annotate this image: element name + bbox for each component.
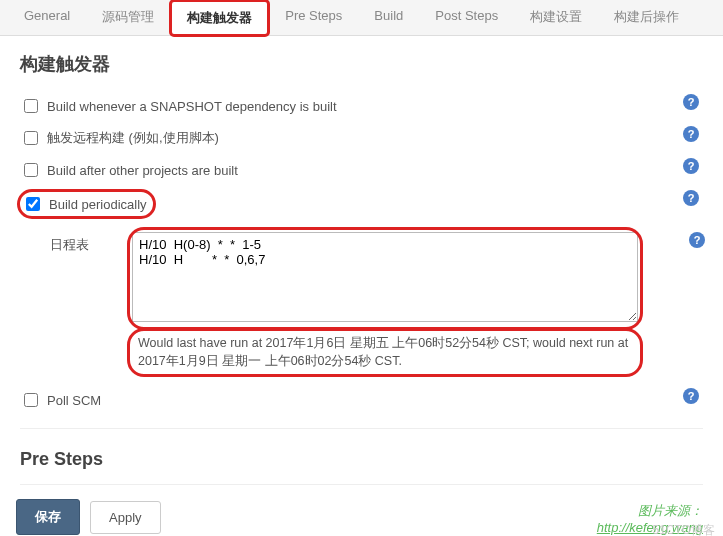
help-icon[interactable]: ? xyxy=(683,94,699,110)
section-build-triggers: 构建触发器 Build whenever a SNAPSHOT dependen… xyxy=(0,36,723,445)
section-pre-steps: Pre Steps xyxy=(0,445,723,489)
watermark-text: 图片来源： xyxy=(597,502,703,520)
text-poll-scm: Poll SCM xyxy=(47,393,101,408)
text-after-projects: Build after other projects are built xyxy=(47,163,238,178)
apply-button[interactable]: Apply xyxy=(90,501,161,534)
text-remote: 触发远程构建 (例如,使用脚本) xyxy=(47,129,219,147)
help-icon[interactable]: ? xyxy=(683,388,699,404)
checkbox-periodically[interactable] xyxy=(26,197,40,211)
tab-post-build[interactable]: 构建后操作 xyxy=(598,0,695,35)
help-icon[interactable]: ? xyxy=(689,232,705,248)
text-snapshot: Build whenever a SNAPSHOT dependency is … xyxy=(47,99,337,114)
row-periodically: Build periodically ? xyxy=(20,186,703,222)
tab-pre-steps[interactable]: Pre Steps xyxy=(269,0,358,35)
label-remote[interactable]: 触发远程构建 (例如,使用脚本) xyxy=(20,128,219,148)
schedule-row: 日程表 Would last have run at 2017年1月6日 星期五… xyxy=(50,230,703,374)
tab-build[interactable]: Build xyxy=(358,0,419,35)
checkbox-snapshot[interactable] xyxy=(24,99,38,113)
tab-post-steps[interactable]: Post Steps xyxy=(419,0,514,35)
row-after-projects: Build after other projects are built ? xyxy=(20,154,703,186)
label-snapshot[interactable]: Build whenever a SNAPSHOT dependency is … xyxy=(20,96,337,116)
watermark-faded: 51CTO博客 xyxy=(653,522,715,536)
label-periodically[interactable]: Build periodically xyxy=(22,194,147,214)
heading-pre-steps: Pre Steps xyxy=(20,449,703,470)
action-buttons: 保存 Apply 图片来源： http://kefeng.wang 51CTO博… xyxy=(0,489,723,536)
schedule-label: 日程表 xyxy=(50,230,110,374)
schedule-info: Would last have run at 2017年1月6日 星期五 上午0… xyxy=(130,331,640,374)
checkbox-poll-scm[interactable] xyxy=(24,393,38,407)
heading-build-triggers: 构建触发器 xyxy=(20,52,703,76)
save-button[interactable]: 保存 xyxy=(16,499,80,535)
tabbar: General 源码管理 构建触发器 Pre Steps Build Post … xyxy=(0,0,723,36)
checkbox-remote[interactable] xyxy=(24,131,38,145)
help-icon[interactable]: ? xyxy=(683,190,699,206)
help-icon[interactable]: ? xyxy=(683,158,699,174)
row-poll-scm: Poll SCM ? xyxy=(20,384,703,416)
label-after-projects[interactable]: Build after other projects are built xyxy=(20,160,238,180)
tab-build-triggers[interactable]: 构建触发器 xyxy=(170,0,269,36)
text-periodically: Build periodically xyxy=(49,197,147,212)
schedule-input[interactable] xyxy=(132,232,638,322)
tab-general[interactable]: General xyxy=(8,0,86,35)
tab-build-settings[interactable]: 构建设置 xyxy=(514,0,598,35)
help-icon[interactable]: ? xyxy=(683,126,699,142)
label-poll-scm[interactable]: Poll SCM xyxy=(20,390,101,410)
row-snapshot: Build whenever a SNAPSHOT dependency is … xyxy=(20,90,703,122)
tab-scm[interactable]: 源码管理 xyxy=(86,0,170,35)
row-remote: 触发远程构建 (例如,使用脚本) ? xyxy=(20,122,703,154)
checkbox-after-projects[interactable] xyxy=(24,163,38,177)
